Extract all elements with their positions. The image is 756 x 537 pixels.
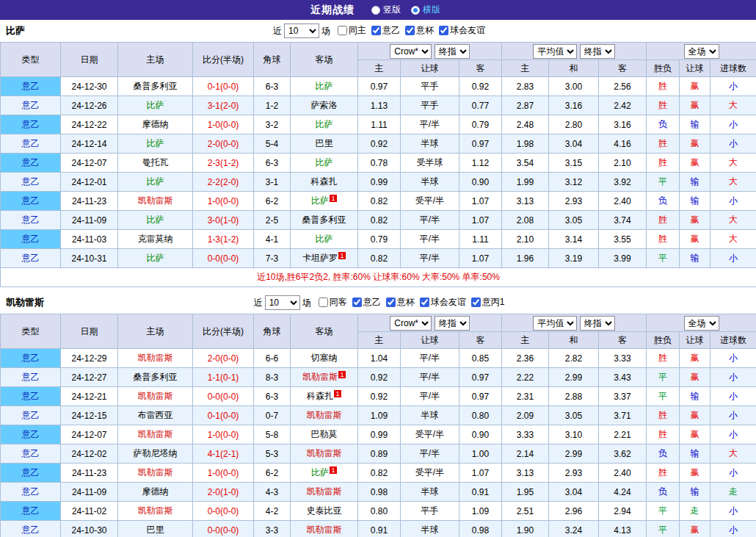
layout-option-vertical[interactable]: 竖版 [371, 4, 401, 16]
handicap-cell: 平/半 [401, 444, 459, 464]
col-corner: 角球 [254, 314, 291, 349]
average-group-header: 平均值 终指 [502, 314, 647, 332]
filter-checkbox[interactable] [439, 26, 448, 35]
matches-body: 意乙24-12-29凯勒雷斯2-0(0-0)6-6切塞纳1.04平/半0.852… [1, 349, 756, 537]
average-select[interactable]: 平均值 [533, 44, 577, 59]
layout-option-horizontal[interactable]: 横版 [411, 4, 440, 16]
filter-option[interactable]: 球会友谊 [420, 296, 466, 309]
result-cell: 胜 [647, 211, 680, 230]
handicap-cell: 半球 [401, 483, 459, 502]
avg-away-cell: 4.13 [599, 521, 647, 537]
col-result: 胜负 [647, 332, 680, 349]
table-header-groups: 类型 日期 主场 比分(半场) 角球 客场 Crow* 终指 平均值 终指 全场 [1, 314, 756, 332]
avg-away-cell: 2.21 [599, 425, 647, 444]
filter-checkbox[interactable] [338, 26, 347, 35]
filter-checkbox-label: 同客 [330, 296, 347, 309]
col-date: 日期 [61, 43, 118, 77]
average-stage-select[interactable]: 终指 [580, 44, 615, 59]
filter-checkbox[interactable] [471, 298, 481, 307]
corners-cell: 5-4 [254, 134, 291, 154]
odds-home-cell: 0.92 [358, 368, 401, 387]
home-team-cell: 比萨 [118, 96, 193, 115]
league-cell: 意乙 [1, 249, 61, 268]
radio-vertical-icon[interactable] [371, 6, 380, 15]
goals-result-cell: 小 [710, 387, 756, 406]
away-team-cell: 巴勒莫 [291, 425, 358, 444]
result-cell: 负 [647, 444, 680, 464]
recent-count-select[interactable]: 10 [265, 295, 300, 310]
col-odds-home: 主 [358, 332, 401, 349]
odds-away-cell: 0.97 [459, 134, 502, 154]
filter-option[interactable]: 同主 [338, 24, 366, 37]
handicap-cell: 平/半 [401, 115, 459, 134]
filter-option[interactable]: 意乙 [371, 24, 400, 37]
avg-draw-cell: 3.12 [549, 173, 599, 192]
team-name: 比萨 [311, 467, 329, 477]
filter-option[interactable]: 意杯 [405, 24, 434, 37]
odds-stage-select[interactable]: 终指 [435, 44, 470, 59]
avg-draw-cell: 3.10 [549, 425, 599, 444]
match-row: 意乙24-11-03克雷莫纳1-3(1-2)4-1比萨0.79平/半1.112.… [1, 230, 756, 249]
result-cell: 胜 [647, 77, 680, 96]
team-name: 科森扎 [307, 391, 333, 401]
date-cell: 24-12-14 [61, 134, 118, 154]
filter-option[interactable]: 球会友谊 [439, 24, 485, 37]
match-row: 意乙24-12-27桑普多利亚1-1(0-1)8-3凯勒雷斯10.92平/半0.… [1, 368, 756, 387]
avg-away-cell: 3.16 [599, 115, 647, 134]
avg-draw-cell: 2.99 [549, 368, 599, 387]
avg-draw-cell: 2.82 [549, 349, 599, 368]
filter-checkbox-label: 同主 [349, 24, 366, 37]
average-select[interactable]: 平均值 [533, 316, 577, 331]
average-group-header: 平均值 终指 [502, 43, 647, 60]
filter-checkbox[interactable] [319, 298, 328, 307]
filter-checkbox[interactable] [352, 298, 362, 307]
bookmaker-select[interactable]: Crow* [390, 316, 432, 331]
away-team-cell: 比萨 [291, 154, 358, 173]
filter-option[interactable]: 同客 [319, 296, 347, 309]
bookmaker-select[interactable]: Crow* [390, 44, 432, 59]
recent-count-select[interactable]: 10 [284, 24, 319, 38]
odds-home-cell: 0.99 [358, 173, 401, 192]
odds-away-cell: 0.90 [459, 173, 502, 192]
team-name: 比萨 [147, 215, 164, 225]
filter-checkbox[interactable] [371, 26, 381, 35]
odds-stage-select[interactable]: 终指 [435, 316, 470, 331]
filter-checkbox[interactable] [420, 298, 429, 307]
match-row: 意乙24-12-15布雷西亚0-1(0-0)0-7凯勒雷斯1.09半球0.802… [1, 406, 756, 425]
goals-result-cell: 大 [710, 96, 756, 115]
avg-away-cell: 2.10 [599, 154, 647, 173]
handicap-cell: 平/半 [401, 387, 459, 406]
filter-option[interactable]: 意丙1 [471, 296, 505, 309]
match-row: 意乙24-12-14比萨2-0(0-0)5-4巴里0.92半球0.971.983… [1, 134, 756, 154]
away-team-cell: 比萨 [291, 77, 358, 96]
avg-draw-cell: 2.99 [549, 444, 599, 464]
scope-select[interactable]: 全场 [684, 44, 719, 59]
filter-checkbox-label: 球会友谊 [431, 296, 466, 309]
result-cell: 平 [647, 249, 680, 268]
home-team-cell: 凯勒雷斯 [118, 425, 193, 444]
avg-home-cell: 1.90 [502, 521, 549, 537]
handicap-result-cell: 走 [680, 502, 710, 521]
filter-option[interactable]: 意杯 [386, 296, 415, 309]
radio-horizontal-icon[interactable] [411, 6, 420, 15]
scope-select[interactable]: 全场 [684, 316, 719, 331]
team-name: 萨索洛 [311, 100, 338, 110]
league-cell: 意乙 [1, 115, 61, 134]
handicap-result-cell: 赢 [680, 425, 710, 444]
filter-option[interactable]: 意乙 [352, 296, 381, 309]
average-stage-select[interactable]: 终指 [580, 316, 615, 331]
goals-result-cell: 走 [710, 483, 756, 502]
league-cell: 意乙 [1, 211, 61, 230]
filter-checkbox[interactable] [405, 26, 415, 35]
odds-away-cell: 0.90 [459, 425, 502, 444]
handicap-cell: 平/半 [401, 211, 459, 230]
avg-home-cell: 1.95 [502, 483, 549, 502]
score-cell: 0-0(0-0) [193, 502, 254, 521]
avg-draw-cell: 3.00 [549, 77, 599, 96]
filter-checkbox[interactable] [386, 298, 396, 307]
col-date: 日期 [61, 314, 118, 349]
avg-draw-cell: 2.93 [549, 464, 599, 483]
score-cell: 1-0(0-0) [193, 464, 254, 483]
match-row: 意乙24-12-30桑普多利亚0-1(0-0)6-3比萨0.97平手0.922.… [1, 77, 756, 96]
date-cell: 24-12-15 [61, 406, 118, 425]
